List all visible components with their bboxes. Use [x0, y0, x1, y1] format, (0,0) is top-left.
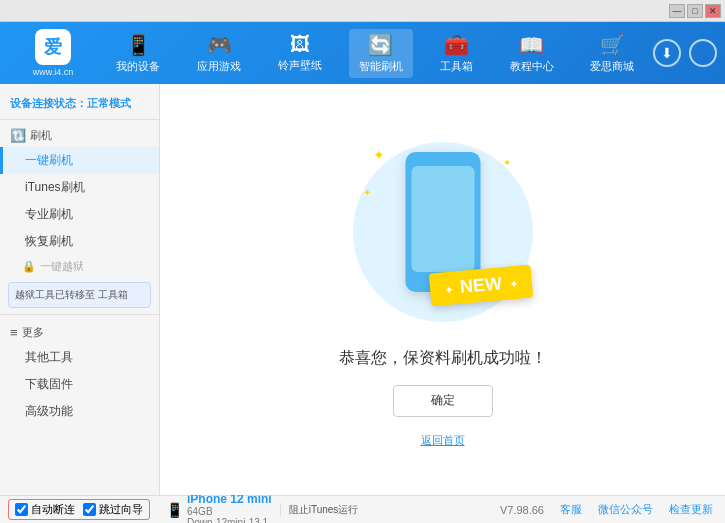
bottom-checkboxes-section: 自动断连 跳过向导 [0, 496, 158, 523]
status-value: 正常模式 [87, 97, 131, 109]
sidebar-item-onekey[interactable]: 一键刷机 [0, 147, 159, 174]
sidebar-item-itunes[interactable]: iTunes刷机 [0, 174, 159, 201]
back-to-home-link[interactable]: 返回首页 [421, 433, 465, 448]
support-link[interactable]: 客服 [560, 502, 582, 517]
header: 爱 www.i4.cn 📱 我的设备 🎮 应用游戏 🖼 铃声壁纸 🔄 智能刷机 … [0, 22, 725, 84]
onekey-label: 一键刷机 [25, 153, 73, 167]
wizard-checkbox[interactable] [83, 503, 96, 516]
itunes-status: 阻止iTunes运行 [280, 503, 359, 517]
success-area: ✦ ✦ ✦ NEW 恭喜您，保资料刷机成功啦！ 确定 返回首页 [339, 132, 547, 448]
wechat-link[interactable]: 微信公众号 [598, 502, 653, 517]
flash-section-icon: 🔃 [10, 128, 26, 143]
logo-site-name: www.i4.cn [33, 67, 74, 77]
title-bar: — □ ✕ [0, 0, 725, 22]
minimize-button[interactable]: — [669, 4, 685, 18]
sparkle-1: ✦ [373, 147, 385, 163]
lock-icon: 🔒 [22, 260, 36, 273]
success-message: 恭喜您，保资料刷机成功啦！ [339, 348, 547, 369]
new-badge-text: NEW [460, 273, 504, 297]
restore-label: 恢复刷机 [25, 234, 73, 248]
nav-tutorial-icon: 📖 [519, 33, 544, 57]
nav-mydevice[interactable]: 📱 我的设备 [106, 29, 170, 78]
nav-smartflash-icon: 🔄 [368, 33, 393, 57]
nav-mall-label: 爱思商城 [590, 59, 634, 74]
nav-mall-icon: 🛒 [600, 33, 625, 57]
main-layout: 设备连接状态：正常模式 🔃 刷机 一键刷机 iTunes刷机 专业刷机 恢复刷机… [0, 84, 725, 495]
more-section-label: 更多 [22, 325, 44, 340]
sidebar-info-box: 越狱工具已转移至 工具箱 [8, 282, 151, 308]
wizard-checkbox-label[interactable]: 跳过向导 [83, 502, 143, 517]
nav-tools-label: 工具箱 [440, 59, 473, 74]
nav-apps-label: 应用游戏 [197, 59, 241, 74]
flash-section-header: 🔃 刷机 [0, 124, 159, 147]
confirm-btn-label: 确定 [431, 392, 455, 409]
othertools-label: 其他工具 [25, 350, 73, 364]
autoclose-checkbox[interactable] [15, 503, 28, 516]
confirm-button[interactable]: 确定 [393, 385, 493, 417]
firmware-label: 下载固件 [25, 377, 73, 391]
nav-mydevice-icon: 📱 [126, 33, 151, 57]
nav-apps[interactable]: 🎮 应用游戏 [187, 29, 251, 78]
logo-icon: 爱 [35, 29, 71, 65]
sidebar: 设备连接状态：正常模式 🔃 刷机 一键刷机 iTunes刷机 专业刷机 恢复刷机… [0, 84, 160, 495]
nav-tutorial[interactable]: 📖 教程中心 [500, 29, 564, 78]
maximize-button[interactable]: □ [687, 4, 703, 18]
device-system: Down-12mini-13,1 [187, 517, 272, 524]
more-section-header: ≡ 更多 [0, 321, 159, 344]
sparkle-2: ✦ [503, 157, 511, 168]
content-area: ✦ ✦ ✦ NEW 恭喜您，保资料刷机成功啦！ 确定 返回首页 [160, 84, 725, 495]
status-label: 设备连接状态： [10, 97, 87, 109]
flash-section-label: 刷机 [30, 128, 52, 143]
nav-tools[interactable]: 🧰 工具箱 [430, 29, 483, 78]
sidebar-item-restore[interactable]: 恢复刷机 [0, 228, 159, 255]
device-storage: 64GB [187, 506, 272, 517]
device-details-wrap: iPhone 12 mini 64GB Down-12mini-13,1 [187, 492, 272, 524]
connection-status: 设备连接状态：正常模式 [0, 92, 159, 120]
nav-wallpaper-label: 铃声壁纸 [278, 58, 322, 73]
professional-label: 专业刷机 [25, 207, 73, 221]
user-button[interactable]: 👤 [689, 39, 717, 67]
nav-tutorial-label: 教程中心 [510, 59, 554, 74]
window-controls: — □ ✕ [669, 4, 721, 18]
sidebar-item-othertools[interactable]: 其他工具 [0, 344, 159, 371]
close-button[interactable]: ✕ [705, 4, 721, 18]
sidebar-divider-1 [0, 314, 159, 315]
nav-tools-icon: 🧰 [444, 33, 469, 57]
download-button[interactable]: ⬇ [653, 39, 681, 67]
nav-right: ⬇ 👤 [653, 39, 717, 67]
autoclose-label: 自动断连 [31, 502, 75, 517]
checkbox-group: 自动断连 跳过向导 [8, 499, 150, 520]
sparkle-3: ✦ [363, 187, 371, 198]
sidebar-item-professional[interactable]: 专业刷机 [0, 201, 159, 228]
advanced-label: 高级功能 [25, 404, 73, 418]
nav-wallpaper-icon: 🖼 [290, 33, 310, 56]
device-phone-icon: 📱 [166, 502, 183, 518]
autoclose-checkbox-label[interactable]: 自动断连 [15, 502, 75, 517]
device-info-section: 📱 iPhone 12 mini 64GB Down-12mini-13,1 阻… [158, 496, 488, 523]
nav-apps-icon: 🎮 [207, 33, 232, 57]
bottom-bar: 自动断连 跳过向导 📱 iPhone 12 mini 64GB Down-12m… [0, 495, 725, 523]
jailbreak-label: 一键越狱 [40, 259, 84, 274]
nav-smartflash-label: 智能刷机 [359, 59, 403, 74]
nav-items: 📱 我的设备 🎮 应用游戏 🖼 铃声壁纸 🔄 智能刷机 🧰 工具箱 📖 教程中心… [98, 29, 653, 78]
sidebar-item-firmware[interactable]: 下载固件 [0, 371, 159, 398]
itunes-label: iTunes刷机 [25, 180, 85, 194]
nav-mydevice-label: 我的设备 [116, 59, 160, 74]
nav-mall[interactable]: 🛒 爱思商城 [580, 29, 644, 78]
more-section-icon: ≡ [10, 325, 18, 340]
nav-wallpaper[interactable]: 🖼 铃声壁纸 [268, 29, 332, 77]
bottom-right-section: V7.98.66 客服 微信公众号 检查更新 [488, 496, 725, 523]
checkupdate-link[interactable]: 检查更新 [669, 502, 713, 517]
sidebar-jailbreak-grayed: 🔒 一键越狱 [0, 255, 159, 278]
sidebar-item-advanced[interactable]: 高级功能 [0, 398, 159, 425]
logo-area[interactable]: 爱 www.i4.cn [8, 29, 98, 77]
version-label: V7.98.66 [500, 504, 544, 516]
nav-smartflash[interactable]: 🔄 智能刷机 [349, 29, 413, 78]
phone-screen [411, 166, 474, 272]
wizard-label: 跳过向导 [99, 502, 143, 517]
phone-illustration: ✦ ✦ ✦ NEW [343, 132, 543, 332]
